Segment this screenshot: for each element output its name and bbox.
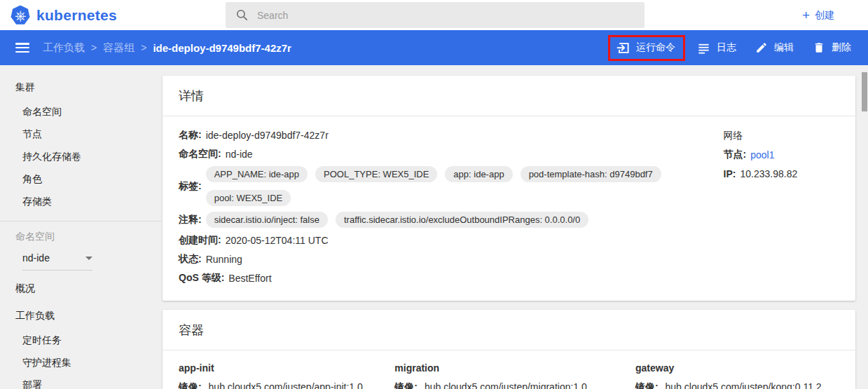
plus-icon: + [802, 8, 810, 22]
sidebar-item[interactable]: 部署 [0, 374, 161, 389]
container-column-migration: migration 镜像: hub.cloudx5.com/justep/mig… [394, 357, 609, 389]
sidebar-item[interactable]: 角色 [0, 168, 161, 191]
detail-row-status: 状态: Running [179, 252, 724, 266]
sidebar-item[interactable]: 节点 [0, 123, 161, 146]
labels-label: 标签: [179, 180, 202, 193]
containers-card-title: 容器 [163, 310, 855, 350]
detail-row-namespace: 命名空间: nd-ide [179, 147, 724, 161]
sidebar-item[interactable]: 命名空间 [0, 101, 161, 123]
node-link[interactable]: pool1 [750, 149, 774, 161]
detail-row-annotations: 注释: sidecar.istio.io/inject: falsetraffi… [179, 212, 724, 228]
delete-button[interactable]: 删除 [813, 41, 851, 54]
sidebar-item-cluster[interactable]: 集群 [0, 74, 161, 101]
network-title: 网络 [724, 129, 839, 142]
container-column-app-init: app-init 镜像: hub.cloudx5.com/justep/app-… [179, 357, 368, 389]
image-value: hub.cloudx5.com/justep/app-init:1.0 [209, 381, 363, 389]
sidebar: 集群 命名空间节点持久化存储卷角色存储类 命名空间 nd-ide 概况 工作负载… [0, 65, 161, 389]
created-label: 创建时间: [179, 234, 221, 247]
edit-pencil-icon [755, 41, 768, 54]
label-chip: pool: WEX5_IDE [206, 190, 291, 206]
logs-button-label: 日志 [717, 41, 736, 54]
details-left-column: 名称: ide-deploy-d9749bdf7-42z7r 命名空间: nd-… [179, 123, 724, 290]
container-name: app-init [179, 362, 368, 374]
edit-button-label: 编辑 [774, 41, 794, 54]
delete-button-label: 删除 [832, 41, 851, 54]
appbar-actions: 运行命令 日志 编辑 删除 [608, 35, 851, 61]
ip-value: 10.233.98.82 [740, 168, 797, 179]
containers-grid: app-init 镜像: hub.cloudx5.com/justep/app-… [163, 350, 855, 389]
exec-button-label: 运行命令 [636, 41, 675, 54]
label-chip: POOL_TYPE: WEX5_IDE [315, 166, 437, 182]
chevron-down-icon [85, 257, 92, 260]
search-bar[interactable] [226, 2, 645, 28]
breadcrumb: 工作负载 > 容器组 > ide-deploy-d9749bdf7-42z7r [43, 41, 291, 55]
image-label: 镜像: [179, 381, 202, 389]
node-label: 节点: [724, 149, 747, 161]
page-body: 集群 命名空间节点持久化存储卷角色存储类 命名空间 nd-ide 概况 工作负载… [0, 65, 868, 389]
sidebar-item[interactable]: 存储类 [0, 191, 161, 213]
annotations-chip-list: sidecar.istio.io/inject: falsetraffic.si… [206, 212, 589, 228]
breadcrumb-separator: > [141, 42, 146, 53]
kubernetes-helm-icon: ⎈ [11, 6, 30, 25]
namespace-selector[interactable]: nd-ide [22, 252, 92, 271]
sidebar-item[interactable]: 持久化存储卷 [0, 146, 161, 168]
network-ip-row: IP: 10.233.98.82 [724, 167, 839, 180]
topbar: ⎈ kubernetes + 创建 [0, 0, 868, 30]
status-label: 状态: [179, 253, 202, 266]
detail-row-labels: 标签: APP_NAME: ide-appPOOL_TYPE: WEX5_IDE… [179, 166, 724, 206]
container-name: migration [394, 362, 609, 374]
container-image-row: 镜像: hub.cloudx5.com/justep/app-init:1.0 [179, 381, 368, 389]
detail-row-created: 创建时间: 2020-05-12T04:11 UTC [179, 233, 724, 247]
detail-row-name: 名称: ide-deploy-d9749bdf7-42z7r [179, 128, 724, 142]
image-label: 镜像: [394, 381, 418, 389]
namespace-value: nd-ide [226, 149, 253, 160]
scrollbar-thumb[interactable] [862, 72, 867, 111]
image-label: 镜像: [635, 381, 659, 389]
exec-icon [616, 41, 630, 55]
search-icon [235, 8, 249, 22]
logs-button[interactable]: 日志 [697, 41, 736, 55]
sidebar-item-overview[interactable]: 概况 [0, 275, 161, 302]
exec-button[interactable]: 运行命令 [616, 41, 675, 55]
highlight-box: 运行命令 [608, 35, 685, 61]
breadcrumb-pods[interactable]: 容器组 [103, 41, 135, 55]
menu-icon[interactable] [15, 43, 29, 53]
label-chip: pod-template-hash: d9749bdf7 [521, 166, 661, 182]
edit-button[interactable]: 编辑 [755, 41, 794, 54]
created-value: 2020-05-12T04:11 UTC [226, 235, 329, 246]
namespace-section-label: 命名空间 [0, 224, 161, 247]
namespace-selected-value: nd-ide [22, 252, 50, 264]
label-chip: app: ide-app [445, 166, 512, 182]
sidebar-item[interactable]: 守护进程集 [0, 352, 161, 374]
container-column-gateway: gateway 镜像: hub.cloudx5.com/justep/kong:… [635, 357, 839, 389]
annotation-chip: traffic.sidecar.istio.io/excludeOutbound… [336, 212, 588, 228]
image-value: hub.cloudx5.com/justep/migration:1.0 [425, 381, 587, 389]
ip-label: IP: [724, 168, 736, 179]
sidebar-item[interactable]: 定时任务 [0, 329, 161, 352]
details-card-title: 详情 [163, 76, 855, 116]
sidebar-item-workloads[interactable]: 工作负载 [0, 302, 161, 329]
trash-icon [813, 41, 825, 54]
create-button[interactable]: + 创建 [802, 8, 834, 22]
search-input[interactable] [257, 10, 635, 21]
annotations-label: 注释: [179, 214, 202, 226]
container-name: gateway [635, 362, 839, 374]
containers-card: 容器 app-init 镜像: hub.cloudx5.com/justep/a… [163, 310, 855, 389]
labels-chip-list: APP_NAME: ide-appPOOL_TYPE: WEX5_IDEapp:… [206, 166, 724, 206]
sidebar-workload-items: 定时任务守护进程集部署任务 [0, 329, 161, 389]
details-card: 详情 名称: ide-deploy-d9749bdf7-42z7r 命名空间: … [163, 76, 855, 301]
kubernetes-logo[interactable]: ⎈ kubernetes [11, 6, 117, 25]
appbar: 工作负载 > 容器组 > ide-deploy-d9749bdf7-42z7r … [0, 30, 868, 65]
status-value: Running [206, 254, 242, 265]
qos-value: BestEffort [228, 273, 271, 284]
namespace-label: 命名空间: [179, 148, 221, 161]
breadcrumb-current-pod: ide-deploy-d9749bdf7-42z7r [153, 42, 291, 54]
name-label: 名称: [179, 129, 202, 142]
logs-icon [697, 41, 710, 55]
annotation-chip: sidecar.istio.io/inject: false [206, 212, 328, 228]
breadcrumb-workloads[interactable]: 工作负载 [43, 41, 85, 55]
sidebar-divider [0, 221, 161, 221]
network-section: 网络 节点: pool1 IP: 10.233.98.82 [724, 123, 839, 290]
container-image-row: 镜像: hub.cloudx5.com/justep/kong:0.11.2 [635, 381, 839, 389]
container-image-row: 镜像: hub.cloudx5.com/justep/migration:1.0 [394, 381, 609, 389]
